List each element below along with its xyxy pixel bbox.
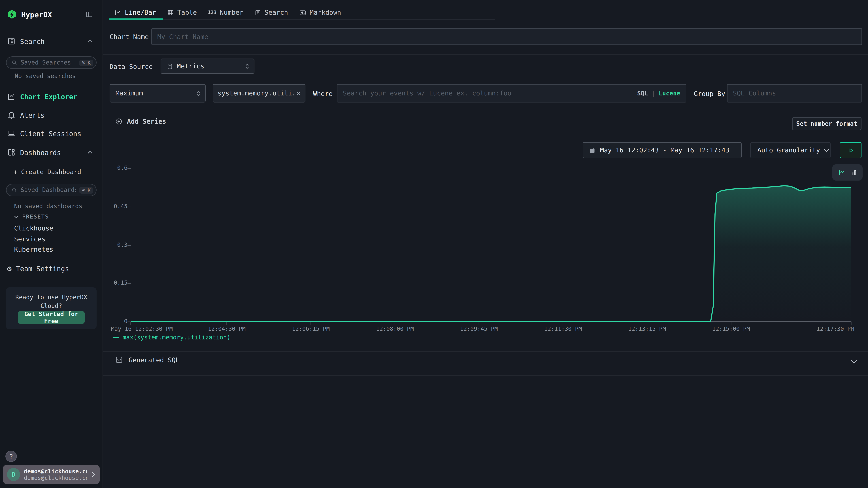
chart-line-icon xyxy=(7,92,16,101)
dashboard-grid-icon xyxy=(7,148,16,157)
markdown-icon xyxy=(299,9,307,16)
brand[interactable]: HyperDX xyxy=(7,9,52,20)
x-axis-tick-label: 12:15:00 PM xyxy=(712,325,750,332)
brand-name: HyperDX xyxy=(21,10,52,19)
y-axis-tick xyxy=(127,168,131,169)
tab-table[interactable]: Table xyxy=(161,4,202,21)
chart-legend[interactable]: max(system.memory.utilization) xyxy=(113,334,230,341)
sidebar-item-search[interactable]: Search xyxy=(7,37,44,45)
legend-label: max(system.memory.utilization) xyxy=(123,334,230,341)
line-chart-icon xyxy=(115,9,122,16)
granularity-select[interactable]: Auto Granularity xyxy=(750,142,831,158)
sidebar: HyperDX Search Saved Searches ⌘ K No sav xyxy=(0,0,103,488)
calendar-icon xyxy=(589,147,596,154)
search-icon xyxy=(11,187,18,193)
chevron-down-icon xyxy=(823,148,829,152)
preset-item-kubernetes[interactable]: Kubernetes xyxy=(14,246,53,253)
dashboards-chevron-up-icon[interactable] xyxy=(87,149,93,156)
saved-dashboards-placeholder: Saved Dashboards xyxy=(21,187,76,194)
get-started-button[interactable]: Get Started for Free xyxy=(18,311,85,324)
presets-label: PRESETS xyxy=(22,214,49,220)
sidebar-item-team-settings[interactable]: ⚙ Team Settings xyxy=(7,264,69,273)
data-source-value: Metrics xyxy=(177,62,204,70)
sidebar-item-label: Chart Explorer xyxy=(20,93,77,101)
query-language-toggle[interactable]: SQL | Lucene xyxy=(637,90,680,97)
generated-sql-toggle[interactable]: Generated SQL xyxy=(115,356,180,364)
tab-number[interactable]: 123 Number xyxy=(203,4,249,21)
saved-dashboards-input[interactable]: Saved Dashboards ⌘ K xyxy=(6,184,97,196)
preset-item-clickhouse[interactable]: Clickhouse xyxy=(14,225,53,232)
x-axis-tick-label: 12:04:30 PM xyxy=(208,325,246,332)
x-axis-tick-label: 12:11:30 PM xyxy=(544,325,582,332)
date-range-picker[interactable]: May 16 12:02:43 - May 16 12:17:43 xyxy=(583,142,742,158)
chart-type-tabs: Line/Bar Table 123 Number Search Markdow… xyxy=(109,4,346,21)
add-series-button[interactable]: Add Series xyxy=(115,118,166,125)
preset-item-services[interactable]: Services xyxy=(14,235,45,243)
metric-field-chip[interactable]: system.memory.utiliza ✕ xyxy=(213,84,305,102)
saved-searches-input[interactable]: Saved Searches ⌘ K xyxy=(6,56,97,69)
user-org: demos@clickhouse.com's xyxy=(24,475,87,481)
active-tab-underline xyxy=(109,19,163,20)
sql-toggle[interactable]: SQL xyxy=(637,90,648,97)
y-axis-tick-label: 0.3 xyxy=(105,241,127,248)
x-axis-tick-label: 12:09:45 PM xyxy=(460,325,498,332)
x-axis-tick-label: 12:08:00 PM xyxy=(376,325,414,332)
section-divider xyxy=(103,351,868,352)
x-axis-tick-label: 12:17:30 PM xyxy=(816,325,854,332)
user-menu[interactable]: D demos@clickhouse.com demos@clickhouse.… xyxy=(3,465,100,484)
laptop-icon xyxy=(7,129,16,138)
sidebar-item-label: Alerts xyxy=(20,111,44,119)
where-filter: SQL | Lucene xyxy=(337,84,686,102)
where-input[interactable] xyxy=(343,90,633,97)
granularity-value: Auto Granularity xyxy=(757,147,820,154)
sidebar-item-chart-explorer[interactable]: Chart Explorer xyxy=(7,92,77,101)
y-axis-tick xyxy=(127,206,131,207)
sidebar-collapse-button[interactable] xyxy=(85,10,93,19)
aggregation-value: Maximum xyxy=(116,90,143,97)
section-divider xyxy=(103,54,868,55)
chevron-down-icon[interactable] xyxy=(850,359,857,364)
aggregation-select[interactable]: Maximum xyxy=(110,84,206,102)
legend-swatch xyxy=(113,337,119,338)
chevron-right-icon xyxy=(91,471,95,478)
database-icon xyxy=(166,63,173,70)
sidebar-divider xyxy=(0,54,103,54)
select-updown-icon xyxy=(245,63,250,70)
y-axis-tick xyxy=(127,322,131,322)
help-button[interactable]: ? xyxy=(5,451,17,462)
create-dashboard-button[interactable]: + Create Dashboard xyxy=(13,168,81,176)
data-source-label: Data Source xyxy=(110,63,153,70)
group-by-label: Group By xyxy=(694,90,725,98)
chart-name-input[interactable] xyxy=(151,28,862,45)
user-texts: demos@clickhouse.com demos@clickhouse.co… xyxy=(24,468,87,481)
sidebar-item-label: Search xyxy=(20,37,44,45)
search-icon xyxy=(11,60,18,66)
x-axis-tick-label: 12:13:15 PM xyxy=(628,325,666,332)
avatar: D xyxy=(7,468,20,481)
shortcut-badge: ⌘ K xyxy=(79,60,93,66)
y-axis-tick-label: 0.6 xyxy=(105,164,127,171)
remove-metric-icon[interactable]: ✕ xyxy=(297,90,301,97)
tab-markdown[interactable]: Markdown xyxy=(293,4,346,21)
presets-header[interactable]: PRESETS xyxy=(13,214,49,220)
group-by-input[interactable] xyxy=(727,84,862,102)
set-number-format-button[interactable]: Set number format xyxy=(792,117,862,130)
bell-icon xyxy=(7,110,16,119)
sidebar-item-alerts[interactable]: Alerts xyxy=(7,110,44,119)
sidebar-item-client-sessions[interactable]: Client Sessions xyxy=(7,129,81,138)
lucene-toggle[interactable]: Lucene xyxy=(659,90,680,97)
panel-collapse-icon xyxy=(85,10,93,19)
select-updown-icon xyxy=(196,90,201,97)
data-source-select[interactable]: Metrics xyxy=(161,59,254,74)
y-axis-tick xyxy=(127,283,131,284)
tab-search[interactable]: Search xyxy=(249,4,293,21)
shortcut-badge: ⌘ K xyxy=(79,187,93,193)
time-series-plot[interactable] xyxy=(131,163,851,325)
tabbar-underline xyxy=(163,19,495,20)
sidebar-item-dashboards[interactable]: Dashboards xyxy=(7,148,61,157)
tab-line-bar[interactable]: Line/Bar xyxy=(109,4,161,21)
table-icon xyxy=(167,9,174,16)
run-query-button[interactable] xyxy=(840,142,862,158)
search-section-chevron-up-icon[interactable] xyxy=(87,38,93,44)
metric-field-value: system.memory.utiliza xyxy=(218,90,293,97)
